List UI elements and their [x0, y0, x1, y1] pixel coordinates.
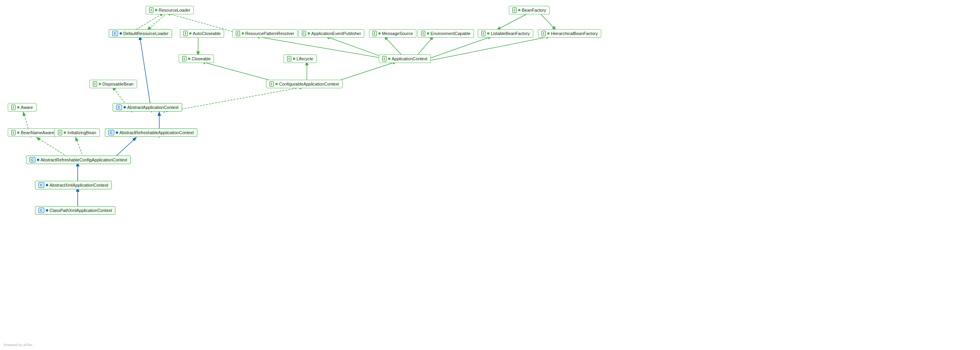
node-label-HierarchicalBeanFactory: HierarchicalBeanFactory [551, 31, 598, 36]
node-ConfigurableApplicationContext: I ConfigurableApplicationContext [266, 80, 343, 88]
node-label-Lifecycle: Lifecycle [297, 56, 313, 61]
node-AbstractRefreshableApplicationContext: C AbstractRefreshableApplicationContext [105, 128, 197, 137]
watermark: Powered by yFiles [4, 343, 33, 347]
node-ListableBeanFactory: I ListableBeanFactory [478, 29, 533, 38]
node-AbstractRefreshableConfigApplicationContext: C AbstractRefreshableConfigApplicationCo… [26, 156, 131, 164]
node-AbstractXmlApplicationContext: C AbstractXmlApplicationContext [35, 181, 112, 189]
node-label-Aware: Aware [21, 105, 33, 110]
svg-line-10 [423, 37, 550, 62]
node-label-Closeable: Closeable [192, 56, 211, 61]
node-InitializingBean: I InitializingBean [54, 128, 100, 137]
arrows-svg [0, 0, 980, 350]
node-DisposableBean: I DisposableBean [89, 80, 137, 88]
node-label-ApplicationEventPublisher: ApplicationEventPublisher [312, 31, 361, 36]
node-Lifecycle: I Lifecycle [284, 54, 317, 63]
node-DefaultResourceLoader: C DefaultResourceLoader [109, 29, 172, 38]
svg-line-24 [136, 13, 163, 30]
node-Closeable: I Closeable [179, 54, 214, 63]
node-label-ConfigurableApplicationContext: ConfigurableApplicationContext [279, 82, 339, 86]
node-label-ApplicationContext: ApplicationContext [392, 56, 428, 61]
node-label-InitializingBean: InitializingBean [68, 130, 96, 135]
node-label-DisposableBean: DisposableBean [103, 82, 134, 86]
svg-line-3 [497, 13, 528, 30]
node-label-BeanNameAware: BeanNameAware [21, 130, 54, 135]
node-label-AbstractRefreshableApplicationContext: AbstractRefreshableApplicationContext [120, 130, 194, 135]
node-AutoCloseable: I AutoCloseable [180, 29, 224, 38]
node-BeanFactory: I BeanFactory [509, 6, 550, 14]
node-label-ResourcePatternResolver: ResourcePatternResolver [245, 31, 294, 36]
node-MessageSource: I MessageSource [369, 29, 416, 38]
node-label-EnvironmentCapable: EnvironmentCapable [431, 31, 471, 36]
node-label-ListableBeanFactory: ListableBeanFactory [491, 31, 530, 36]
node-ResourceLoader: I ResourceLoader [146, 6, 194, 14]
node-label-AbstractRefreshableConfigApplicationContext: AbstractRefreshableConfigApplicationCont… [41, 158, 127, 162]
svg-line-14 [140, 37, 151, 112]
node-label-AutoCloseable: AutoCloseable [193, 31, 221, 36]
svg-line-0 [148, 13, 167, 30]
node-label-ClassPathXmlApplicationContext: ClassPathXmlApplicationContext [50, 208, 112, 213]
node-HierarchicalBeanFactory: I HierarchicalBeanFactory [538, 29, 601, 38]
svg-line-15 [163, 87, 303, 112]
svg-line-4 [540, 13, 555, 30]
node-BeanNameAware: I BeanNameAware [8, 128, 58, 137]
node-AbstractApplicationContext: C AbstractApplicationContext [113, 103, 182, 112]
node-ResourcePatternResolver: I ResourcePatternResolver [232, 29, 298, 38]
node-ApplicationEventPublisher: I ApplicationEventPublisher [298, 29, 364, 38]
node-label-BeanFactory: BeanFactory [522, 8, 546, 12]
node-label-DefaultResourceLoader: DefaultResourceLoader [124, 31, 169, 36]
node-Aware: I Aware [8, 103, 37, 112]
node-label-AbstractXmlApplicationContext: AbstractXmlApplicationContext [50, 183, 108, 187]
node-ClassPathXmlApplicationContext: C ClassPathXmlApplicationContext [35, 206, 115, 215]
node-ApplicationContext: I ApplicationContext [379, 54, 431, 63]
node-label-ResourceLoader: ResourceLoader [159, 8, 190, 12]
node-label-MessageSource: MessageSource [382, 31, 413, 36]
diagram-container: I ResourceLoader C DefaultResourceLoader… [0, 0, 980, 350]
node-EnvironmentCapable: I EnvironmentCapable [418, 29, 474, 38]
node-label-AbstractApplicationContext: AbstractApplicationContext [127, 105, 179, 110]
